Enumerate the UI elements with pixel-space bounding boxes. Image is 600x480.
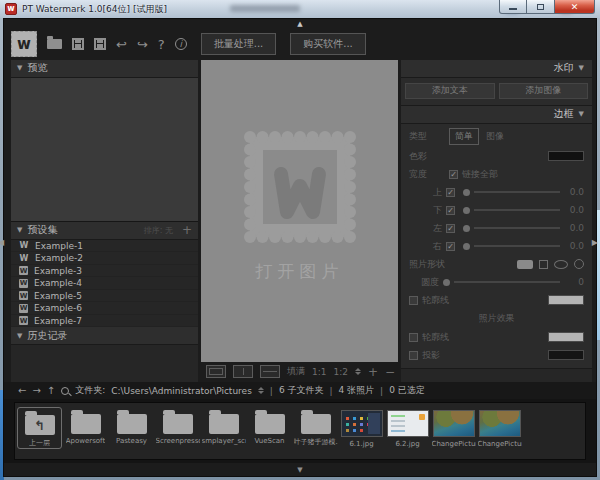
save-as-icon[interactable] <box>94 38 106 50</box>
zoom-out-icon[interactable]: − <box>385 365 395 379</box>
effects-outline-checkbox[interactable] <box>409 333 418 342</box>
effects-outline-color-swatch[interactable] <box>548 332 584 342</box>
margin-top-checkbox[interactable]: ✓ <box>446 188 455 197</box>
presets-section-header[interactable]: ▼ 预设集 排序: 无 + <box>11 222 198 240</box>
border-color-swatch[interactable] <box>548 151 584 161</box>
minimize-button[interactable] <box>499 0 527 14</box>
window-titlebar[interactable]: w PT Watermark 1.0[64位] [试用版] ✕ <box>0 0 600 18</box>
preview-section-header[interactable]: ▼ 预览 <box>11 60 198 78</box>
collapse-left-panel-arrow[interactable]: ◀ <box>0 238 4 247</box>
open-folder-icon[interactable] <box>47 39 62 49</box>
redo-icon[interactable]: ↪ <box>137 38 148 51</box>
preset-item[interactable]: W Example-6 <box>11 302 198 315</box>
collapse-right-panel-arrow[interactable]: ▶ <box>592 238 598 247</box>
ellipse-shape-icon[interactable] <box>554 260 568 269</box>
margin-bottom-checkbox[interactable]: ✓ <box>446 206 455 215</box>
slider-knob[interactable] <box>463 189 470 196</box>
filmstrip-item-folder[interactable]: 叶子猪手游模... <box>293 407 338 447</box>
zoom-ratio-stepper-icon[interactable] <box>355 368 361 375</box>
border-type-simple-option[interactable]: 简单 <box>449 128 479 145</box>
filmstrip-item-photo[interactable]: ChangePictur... <box>477 407 522 448</box>
back-arrow-icon[interactable]: ← <box>18 385 26 396</box>
slider-knob[interactable] <box>463 207 470 214</box>
filmstrip-item-folder[interactable]: VueScan <box>247 407 292 445</box>
preset-label: Example-4 <box>34 278 82 288</box>
slider-track[interactable] <box>454 281 560 283</box>
slider-knob[interactable] <box>463 243 470 250</box>
filmstrip-item-folder[interactable]: Pasteasy <box>109 407 154 445</box>
watermark-header-label: 水印 <box>554 61 574 75</box>
circle-shape-icon[interactable] <box>574 259 584 269</box>
presets-sort-control[interactable]: 排序: 无 <box>144 225 173 236</box>
split-vertical-view-icon[interactable] <box>233 365 253 378</box>
slider-track[interactable] <box>474 227 560 229</box>
filmstrip-item-folder[interactable]: Apowersoft <box>63 407 108 445</box>
slider-track[interactable] <box>474 191 560 193</box>
border-type-image-option[interactable]: 图像 <box>481 129 509 144</box>
filmstrip-item-folder[interactable]: smplayer_scre... <box>201 407 246 445</box>
help-icon[interactable]: ? <box>158 38 165 51</box>
right-panel-empty-area <box>401 369 592 382</box>
slider-knob[interactable] <box>443 279 450 286</box>
search-icon[interactable] <box>61 387 69 395</box>
undo-icon[interactable]: ↩ <box>116 38 127 51</box>
save-icon[interactable] <box>72 38 84 50</box>
outline-checkbox[interactable] <box>409 296 418 305</box>
single-view-icon[interactable] <box>206 365 226 378</box>
filmstrip-item-photo[interactable]: 6.1.jpg <box>339 407 384 448</box>
forward-arrow-icon[interactable]: → <box>32 385 40 396</box>
filmstrip-item-up-folder[interactable]: ↰ 上一层 <box>17 407 62 449</box>
zoom-fill-button[interactable]: 填满 <box>287 365 305 378</box>
margin-right-checkbox[interactable]: ✓ <box>446 242 455 251</box>
zoom-in-icon[interactable]: + <box>368 365 378 379</box>
add-text-button[interactable]: 添加文本 <box>405 83 495 99</box>
shadow-color-swatch[interactable] <box>548 350 584 360</box>
maximize-button[interactable] <box>527 0 555 14</box>
border-section-header[interactable]: 边框 ▼ <box>401 106 592 124</box>
preset-item[interactable]: W Example-4 <box>11 277 198 290</box>
preset-item[interactable]: W Example-7 <box>11 315 198 328</box>
right-panel: 水印 ▼ 添加文本 添加图像 边框 ▼ 类型 简单 图像 <box>401 60 592 382</box>
square-shape-icon[interactable] <box>539 260 548 269</box>
add-image-button[interactable]: 添加图像 <box>499 83 589 99</box>
buy-software-button[interactable]: 购买软件... <box>290 33 366 55</box>
preset-item[interactable]: W Example-5 <box>11 290 198 303</box>
collapse-bottom-arrow[interactable]: ▼ <box>4 463 596 476</box>
preset-item[interactable]: W Example-2 <box>11 252 198 265</box>
info-icon[interactable]: i <box>175 38 187 50</box>
preset-list: W Example-1 W Example-2 W Example-3 W Ex… <box>11 240 198 328</box>
split-horizontal-view-icon[interactable] <box>260 365 280 378</box>
history-section-header[interactable]: ▼ 历史记录 <box>11 327 198 345</box>
slider-track[interactable] <box>474 209 560 211</box>
shadow-checkbox[interactable] <box>409 351 418 360</box>
preset-item[interactable]: W Example-3 <box>11 265 198 278</box>
filmstrip-item-label: 6.1.jpg <box>349 440 373 448</box>
filmstrip-item-folder[interactable]: Screenpresso <box>155 407 200 445</box>
open-image-placeholder[interactable]: 打开图片 <box>201 260 398 283</box>
slider-knob[interactable] <box>463 225 470 232</box>
filmstrip-item-photo[interactable]: ChangePictur... <box>431 407 476 448</box>
watermark-section-header[interactable]: 水印 ▼ <box>401 60 592 78</box>
selected-count: 0 已选定 <box>389 384 425 397</box>
zoom-ratio-value[interactable]: 1:2 <box>333 367 347 377</box>
rounded-rect-shape-icon[interactable] <box>517 260 533 269</box>
close-button[interactable]: ✕ <box>555 0 595 14</box>
up-folder-icon[interactable]: ↑ <box>47 385 55 396</box>
link-all-checkbox[interactable]: ✓ <box>449 170 458 179</box>
border-type-row: 类型 简单 图像 <box>409 128 584 145</box>
watermark-buttons-row: 添加文本 添加图像 <box>401 78 592 106</box>
zoom-actual-button[interactable]: 1:1 <box>312 367 326 377</box>
image-canvas[interactable]: 打开图片 <box>201 60 398 362</box>
margin-left-checkbox[interactable]: ✓ <box>446 224 455 233</box>
margin-top-value: 0.0 <box>564 187 584 197</box>
filmstrip-item-photo[interactable]: 6.2.jpg <box>385 407 430 448</box>
path-dropdown-stepper-icon[interactable] <box>258 387 264 394</box>
folder-path[interactable]: C:\Users\Administrator\Pictures <box>111 386 252 396</box>
slider-track[interactable] <box>474 245 560 247</box>
batch-process-button[interactable]: 批量处理... <box>201 33 277 55</box>
preset-item[interactable]: W Example-1 <box>11 240 198 253</box>
status-separator: | <box>329 386 332 396</box>
outline-color-swatch[interactable] <box>548 295 584 305</box>
add-preset-icon[interactable]: + <box>182 223 192 237</box>
collapse-top-arrow[interactable]: ▲ <box>4 19 596 29</box>
